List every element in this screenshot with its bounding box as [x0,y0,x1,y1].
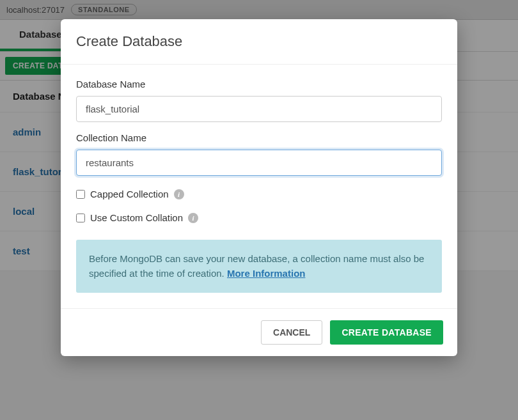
info-icon[interactable]: i [188,213,198,223]
database-name-label: Database Name [76,79,442,89]
modal-overlay[interactable]: Create Database Database Name Collection… [0,0,518,420]
cancel-button[interactable]: CANCEL [261,320,322,345]
custom-collation-checkbox[interactable] [76,214,85,222]
info-banner: Before MongoDB can save your new databas… [76,240,442,293]
database-name-input[interactable] [76,96,442,122]
capped-collection-label: Capped Collection [90,189,169,199]
info-icon[interactable]: i [174,189,184,199]
modal-body: Database Name Collection Name Capped Col… [61,65,457,308]
modal-title: Create Database [61,19,457,65]
modal-footer: CANCEL CREATE DATABASE [61,308,457,356]
more-information-link[interactable]: More Information [227,268,306,279]
capped-collection-row: Capped Collection i [76,189,442,199]
custom-collation-row: Use Custom Collation i [76,212,442,223]
collection-name-input[interactable] [76,150,442,176]
create-database-submit-button[interactable]: CREATE DATABASE [330,320,443,345]
capped-collection-checkbox[interactable] [76,190,85,199]
custom-collation-label: Use Custom Collation [90,212,183,223]
create-database-modal: Create Database Database Name Collection… [61,19,457,356]
collection-name-label: Collection Name [76,132,442,143]
